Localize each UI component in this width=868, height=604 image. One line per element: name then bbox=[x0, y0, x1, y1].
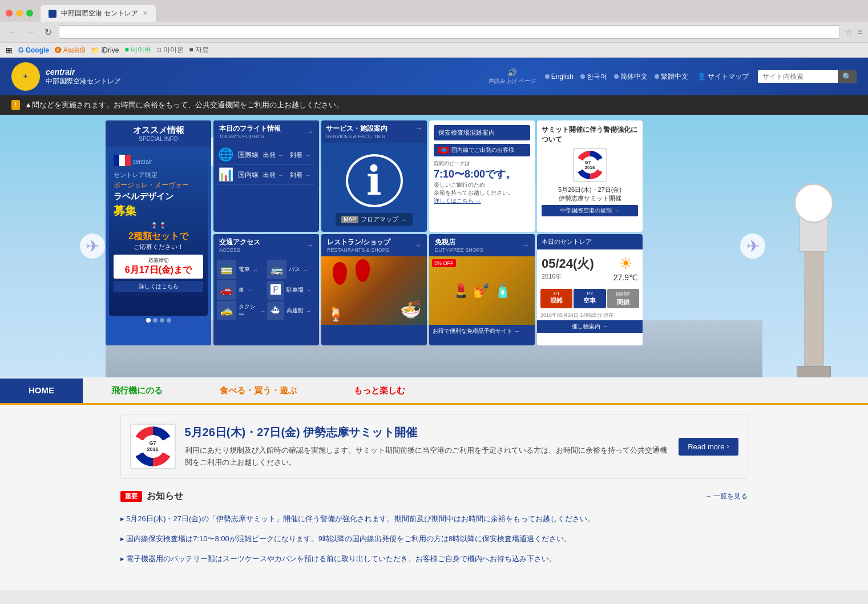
site-logo: ✈ centrair 中部国際空港セントレア bbox=[11, 62, 121, 91]
tab-close-icon[interactable]: ✕ bbox=[143, 10, 148, 17]
bookmark-icon[interactable]: ☆ bbox=[845, 27, 853, 38]
apps-icon[interactable]: ⊞ bbox=[6, 46, 13, 55]
security-badge-text: 国内線でご出発のお客様 bbox=[451, 146, 514, 154]
intl-depart[interactable]: 出発 → bbox=[263, 151, 288, 159]
summit-news-block: G72016 5月26日(木)・27日(金) 伊勢志摩サミット開催 利用にあたり… bbox=[120, 414, 748, 479]
lantern-1 bbox=[333, 262, 347, 285]
bookmark-google[interactable]: G Google bbox=[18, 46, 49, 54]
access-car[interactable]: 🚗 車 → bbox=[217, 280, 266, 300]
access-train[interactable]: 🚃 電車 → bbox=[217, 260, 266, 279]
read-more-button[interactable]: Read more › bbox=[679, 438, 738, 456]
tab-bar: 中部国際空港 セントレア ✕ bbox=[40, 5, 862, 22]
voice-reading-link[interactable]: 🔊 声読み上げ ページ bbox=[488, 68, 536, 85]
bookmark-naver[interactable]: ■ 네이버 bbox=[124, 45, 151, 55]
search-input[interactable] bbox=[758, 70, 838, 83]
bookmark-data[interactable]: ■ 자료 bbox=[189, 45, 209, 55]
alert-icon: ! bbox=[11, 100, 20, 110]
dutyfree-arrow: → bbox=[522, 241, 529, 249]
summit-link[interactable]: 中部国際空港の規制 → bbox=[542, 205, 638, 216]
control-tower bbox=[771, 115, 845, 377]
lang-simplified[interactable]: 简体中文 bbox=[614, 72, 648, 82]
floor-map-link[interactable]: MAP フロアマップ → bbox=[336, 213, 413, 226]
access-bus[interactable]: 🚌 バス → bbox=[267, 260, 316, 279]
news-section-title: お知らせ bbox=[147, 490, 183, 502]
cocktail-icon: 🍹 bbox=[327, 305, 345, 322]
p1-label: P1 bbox=[543, 291, 570, 296]
carousel-next[interactable]: ✈ bbox=[740, 233, 765, 259]
summit-header: サミット開催に伴う警備強化について bbox=[542, 125, 638, 144]
carousel-dots bbox=[109, 316, 208, 325]
lang-english[interactable]: English bbox=[545, 72, 574, 82]
dot-1[interactable] bbox=[146, 318, 151, 323]
bookmark-idrive[interactable]: 📁 iDrive bbox=[91, 46, 119, 54]
access-arrow-p: → bbox=[306, 287, 312, 293]
news-list: 5月26日(木)・27日(金)の「伊勢志摩サミット」開催に伴う警備が強化されます… bbox=[120, 509, 748, 569]
forward-button[interactable]: → bbox=[24, 26, 38, 38]
promo-subtitle: SPECIAL INFO bbox=[111, 136, 205, 142]
dutyfree-link[interactable]: お得で便利な免税品予約サイト → bbox=[433, 327, 520, 335]
promo-line1: セントレア限定 bbox=[114, 171, 203, 179]
dutyfree-header[interactable]: 免税店 DUTY-FREE SHOPS → bbox=[429, 234, 535, 256]
news-section-header: 重要 お知らせ → 一覧を見る bbox=[120, 490, 748, 502]
restaurant-image: 🍜 🍹 bbox=[321, 256, 427, 325]
dot-2[interactable] bbox=[153, 318, 158, 323]
intl-arrive[interactable]: 到着 → bbox=[290, 151, 314, 159]
news-section: 重要 お知らせ → 一覧を見る 5月26日(木)・27日(金)の「伊勢志摩サミッ… bbox=[120, 490, 748, 569]
menu-icon[interactable]: ≡ bbox=[857, 27, 862, 37]
wine-description: 🍷 🍷 bbox=[114, 222, 203, 228]
restaurant-header[interactable]: レストラン/ショップ RESTAURANTS & SHOPS → bbox=[321, 234, 427, 256]
reload-button[interactable]: ↻ bbox=[42, 26, 54, 39]
carousel-prev[interactable]: ✈ bbox=[80, 233, 105, 259]
access-parking[interactable]: 🅿 駐車場 → bbox=[267, 280, 316, 300]
lang-dot-3 bbox=[614, 74, 619, 79]
lang-traditional[interactable]: 繁體中文 bbox=[655, 72, 688, 82]
services-card: サービス・施設案内 SERVICES & FACILITIES → ℹ MAP … bbox=[321, 120, 427, 232]
restaurant-subtitle: RESTAURANTS & SHOPS bbox=[327, 247, 390, 253]
dom-arrive[interactable]: 到着 → bbox=[290, 171, 314, 179]
search-button[interactable]: 🔍 bbox=[838, 70, 857, 83]
promo-content: centrair セントレア限定 ボージョレ・ヌーヴォー ラベルデザイン 募集 … bbox=[106, 147, 211, 328]
dom-depart[interactable]: 出発 → bbox=[263, 171, 288, 179]
hero-section: ✈ ✈ ✈ ✈ オススメ情報 SPECIAL INFO bbox=[0, 115, 868, 377]
alert-banner: ! ▲問などを実施されます。お時間に余裕をもって、公共交通機関をご利用の上お越し… bbox=[0, 95, 868, 115]
active-tab[interactable]: 中部国際空港 セントレア ✕ bbox=[40, 5, 156, 22]
security-badge: 📫 bbox=[438, 147, 449, 154]
tab-more[interactable]: もっと楽しむ bbox=[325, 378, 434, 403]
maximize-button[interactable] bbox=[26, 10, 33, 17]
site-map-link[interactable]: 👤 サイトマップ bbox=[697, 72, 749, 82]
news-more-link[interactable]: → 一覧を見る bbox=[705, 492, 748, 501]
tab-eat[interactable]: 食べる・買う・遊ぶ bbox=[191, 378, 325, 403]
back-button[interactable]: ← bbox=[6, 26, 19, 38]
read-more-chevron-icon: › bbox=[727, 442, 729, 450]
minimize-button[interactable] bbox=[16, 10, 23, 17]
parking-icon: 🅿 bbox=[267, 281, 284, 300]
promo-title: オススメ情報 bbox=[111, 125, 205, 136]
bookmark-aion[interactable]: □ 아이온 bbox=[157, 45, 184, 55]
access-taxi[interactable]: 🚕 タクシー → bbox=[217, 301, 266, 320]
lang-korean[interactable]: 한국어 bbox=[580, 72, 607, 82]
search-box: 🔍 bbox=[758, 70, 857, 83]
tab-favicon bbox=[49, 10, 56, 18]
dot-3[interactable] bbox=[160, 318, 164, 323]
news-link-2[interactable]: 国内線保安検査場は7:10〜8:00が混雑ピークになります。9時以降の国内線出発… bbox=[120, 534, 572, 543]
access-ferry[interactable]: ⛴ 高速船 → bbox=[267, 301, 316, 320]
services-subtitle: SERVICES & FACILITIES bbox=[326, 134, 387, 139]
bookmark-assist9[interactable]: 🅐 Assist9 bbox=[55, 46, 85, 54]
brand-label: centrair bbox=[133, 159, 152, 165]
flight-card-header[interactable]: 本日のフライト情報 TODAY'S FLIGHTS → bbox=[213, 120, 319, 143]
security-link[interactable]: 詳しくはこちら → bbox=[434, 197, 530, 205]
news-item-2: 国内線保安検査場は7:10〜8:00が混雑ピークになります。9時以降の国内線出発… bbox=[120, 529, 748, 549]
security-card: 保安検査場混雑案内 📫 国内線でご出発のお客様 混雑のピークは 7:10〜8:0… bbox=[429, 120, 535, 232]
lang-nav: English 한국어 简体中文 繁體中文 bbox=[545, 72, 688, 82]
promo-details-link[interactable]: 詳しくはこちら bbox=[114, 281, 203, 292]
access-header[interactable]: 交通アクセス ACCESS → bbox=[213, 234, 319, 256]
today-link[interactable]: 催し物案内 → bbox=[537, 320, 643, 333]
parking-grid: P1 混雑 P2 空車 臨時P 閉鎖 bbox=[537, 287, 643, 311]
address-bar[interactable]: www.centrair.jp bbox=[59, 25, 840, 39]
close-button[interactable] bbox=[6, 10, 13, 17]
tab-home[interactable]: HOME bbox=[0, 378, 83, 403]
news-link-3[interactable]: 電子機器用のバッテリー類はスーツケースやカバンを預ける前に取り出していただき、お… bbox=[120, 554, 557, 563]
news-link-1[interactable]: 5月26日(木)・27日(金)の「伊勢志摩サミット」開催に伴う警備が強化されます… bbox=[120, 514, 595, 523]
dot-4[interactable] bbox=[167, 318, 171, 323]
tab-fly[interactable]: 飛行機にのる bbox=[83, 378, 191, 403]
